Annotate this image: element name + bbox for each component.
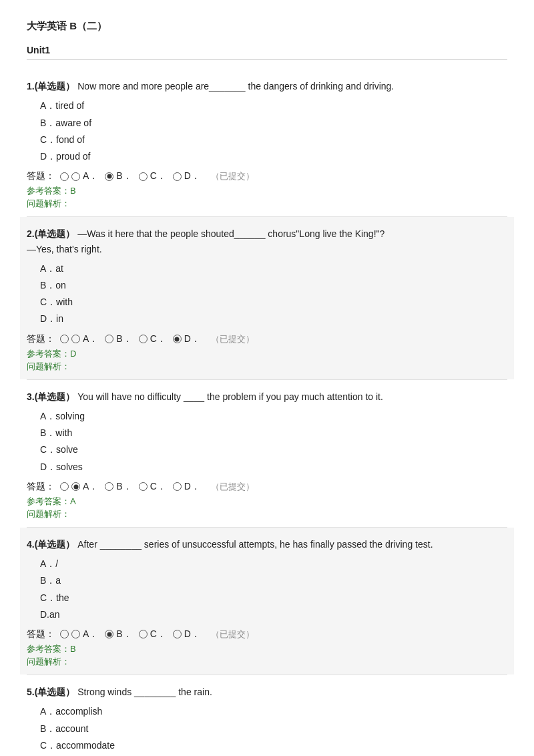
question-block-5: 5.(单选题） Strong winds ________ the rain.A… <box>27 675 507 756</box>
radio-group-1-D: D． <box>173 170 200 182</box>
radio-letter-3-D: D． <box>184 481 200 493</box>
question-number-1: 1.(单选题） <box>27 81 75 91</box>
question-number-4: 4.(单选题） <box>27 539 75 550</box>
submitted-tag-2: （已提交） <box>211 333 254 345</box>
radio-4-B[interactable] <box>105 630 113 638</box>
radio-letter-4-D: D． <box>184 628 200 640</box>
question-text-4: 4.(单选题） After ________ series of unsucce… <box>27 537 507 552</box>
radio-group-1-A: A． <box>71 170 98 182</box>
options-3: A．solvingB．withC．solveD．solves <box>40 408 507 476</box>
question-block-4: 4.(单选题） After ________ series of unsucce… <box>20 528 514 675</box>
radio-3-C[interactable] <box>139 482 148 491</box>
radio-blank-3[interactable] <box>60 482 69 491</box>
question-number-5: 5.(单选题） <box>27 687 75 697</box>
radio-letter-1-C: C． <box>150 170 166 182</box>
radio-1-C[interactable] <box>139 172 148 181</box>
radio-letter-2-D: D． <box>184 333 200 345</box>
radio-1-A[interactable] <box>71 172 80 181</box>
radio-letter-1-D: D． <box>184 170 200 182</box>
submitted-tag-4: （已提交） <box>211 628 254 640</box>
question-block-1: 1.(单选题） Now more and more people are____… <box>27 69 507 216</box>
option-2-D: D．in <box>40 311 507 327</box>
option-2-A: A．at <box>40 260 507 277</box>
radio-3-A[interactable] <box>71 482 80 491</box>
ref-answer-3: 参考答案：A <box>27 496 507 508</box>
radio-2-D[interactable] <box>173 335 182 343</box>
radio-group-2-A: A． <box>71 333 98 345</box>
radio-4-D[interactable] <box>173 630 182 638</box>
option-5-C: C．accommodate <box>40 737 507 754</box>
options-2: A．atB．onC．withD．in <box>40 260 507 328</box>
ref-answer-2: 参考答案：D <box>27 348 507 360</box>
question-number-3: 3.(单选题） <box>27 391 75 402</box>
options-1: A．tired ofB．aware ofC．fond ofD．proud of <box>40 98 507 165</box>
option-4-D: D.an <box>40 606 507 623</box>
radio-group-2-B: B． <box>105 333 131 345</box>
page-title: 大学英语 B（二） <box>27 20 507 33</box>
option-3-C: C．solve <box>40 441 507 458</box>
radio-blank-1[interactable] <box>60 172 69 181</box>
radio-group-1-C: C． <box>139 170 166 182</box>
option-5-B: B．account <box>40 721 507 737</box>
ref-answer-4: 参考答案：B <box>27 643 507 655</box>
answer-label-3: 答题： <box>27 481 55 493</box>
radio-group-4-C: C． <box>139 628 166 640</box>
option-2-C: C．with <box>40 294 507 311</box>
radio-letter-1-A: A． <box>83 170 98 182</box>
option-3-B: B．with <box>40 425 507 441</box>
answer-row-4: 答题：A．B．C．D．（已提交） <box>27 628 507 640</box>
radio-2-B[interactable] <box>105 335 113 343</box>
radio-group-2-D: D． <box>173 333 200 345</box>
option-1-C: C．fond of <box>40 132 507 148</box>
options-5: A．accomplishB．accountC．accommodate <box>40 703 507 754</box>
radio-2-A[interactable] <box>71 335 80 343</box>
radio-letter-3-B: B． <box>116 481 131 493</box>
option-4-B: B．a <box>40 572 507 589</box>
radio-group-3-A: A． <box>71 481 98 493</box>
radio-1-D[interactable] <box>173 172 182 181</box>
question-number-2: 2.(单选题） <box>27 228 75 239</box>
radio-group-4-A: A． <box>71 628 98 640</box>
radio-letter-2-A: A． <box>83 333 98 345</box>
answer-label-4: 答题： <box>27 628 55 640</box>
radio-letter-2-C: C． <box>150 333 166 345</box>
radio-blank-2[interactable] <box>60 335 69 343</box>
answer-label-2: 答题： <box>27 333 55 345</box>
analysis-4: 问题解析： <box>27 656 507 668</box>
submitted-tag-1: （已提交） <box>211 170 254 182</box>
radio-group-3-D: D． <box>173 481 200 493</box>
radio-2-C[interactable] <box>139 335 148 343</box>
radio-4-A[interactable] <box>71 630 80 638</box>
answer-row-1: 答题：A．B．C．D．（已提交） <box>27 170 507 182</box>
question-text-3: 3.(单选题） You will have no difficulty ____… <box>27 389 507 404</box>
radio-3-B[interactable] <box>105 482 113 491</box>
answer-row-2: 答题：A．B．C．D．（已提交） <box>27 333 507 345</box>
answer-row-3: 答题：A．B．C．D．（已提交） <box>27 481 507 493</box>
answer-label-1: 答题： <box>27 170 55 182</box>
radio-1-B[interactable] <box>105 172 113 181</box>
radio-letter-1-B: B． <box>116 170 131 182</box>
option-4-A: A．/ <box>40 556 507 572</box>
option-1-A: A．tired of <box>40 98 507 114</box>
radio-group-4-D: D． <box>173 628 200 640</box>
radio-letter-3-A: A． <box>83 481 98 493</box>
radio-3-D[interactable] <box>173 482 182 491</box>
radio-letter-2-B: B． <box>116 333 131 345</box>
radio-group-3-B: B． <box>105 481 131 493</box>
question-text-1: 1.(单选题） Now more and more people are____… <box>27 79 507 93</box>
analysis-3: 问题解析： <box>27 508 507 520</box>
radio-letter-3-C: C． <box>150 481 166 493</box>
submitted-tag-3: （已提交） <box>211 481 254 493</box>
radio-blank-4[interactable] <box>60 630 69 638</box>
option-1-B: B．aware of <box>40 115 507 132</box>
unit-title: Unit1 <box>27 45 507 60</box>
radio-group-4-B: B． <box>105 628 131 640</box>
question-block-2: 2.(单选题） —Was it here that the people sho… <box>20 217 514 379</box>
analysis-2: 问题解析： <box>27 361 507 373</box>
question-block-3: 3.(单选题） You will have no difficulty ____… <box>27 380 507 527</box>
radio-group-3-C: C． <box>139 481 166 493</box>
option-5-A: A．accomplish <box>40 703 507 720</box>
radio-letter-4-A: A． <box>83 628 98 640</box>
question-text-2: 2.(单选题） —Was it here that the people sho… <box>27 226 507 256</box>
radio-4-C[interactable] <box>139 630 148 638</box>
